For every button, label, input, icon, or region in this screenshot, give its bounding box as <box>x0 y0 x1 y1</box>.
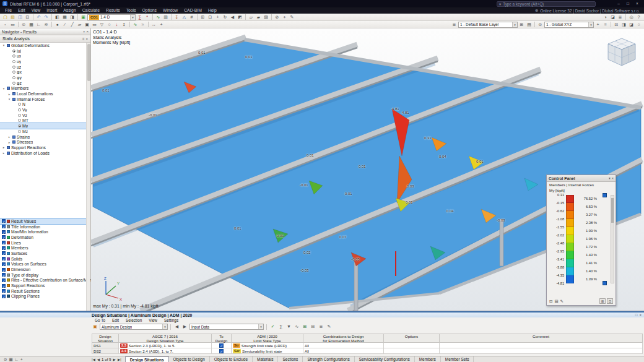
smooth-results-icon[interactable]: ≈ <box>139 22 146 28</box>
save-view-icon[interactable]: + <box>594 22 601 28</box>
expander-icon[interactable]: ▸ <box>7 92 11 96</box>
close-icon[interactable]: × <box>612 176 614 180</box>
orbit-view-icon[interactable]: ↻ <box>222 14 228 20</box>
menu-window[interactable]: Window <box>160 7 181 14</box>
expander-icon[interactable]: ▾ <box>2 43 6 47</box>
new-opening-icon[interactable]: ▭ <box>91 22 98 28</box>
table-row[interactable]: DS12.3Section 2.3 (LRFD), 1. to 5.✓StrSt… <box>92 343 643 348</box>
panel-menu-selection[interactable]: Selection <box>123 318 145 322</box>
ortho-mode-icon[interactable]: ∟ <box>35 22 42 28</box>
pan-view-icon[interactable]: + <box>214 14 221 20</box>
scrollbar-thumb[interactable] <box>611 198 614 223</box>
scale-max-marker[interactable] <box>603 193 607 197</box>
panel-menu-settings[interactable]: Settings <box>161 318 181 322</box>
previous-table-icon[interactable]: ◀ <box>173 324 180 330</box>
notes-icon[interactable]: ✎ <box>326 324 333 330</box>
tree-item-z[interactable]: φz <box>0 80 86 86</box>
visibility-modes-icon[interactable]: ◑ <box>602 14 609 20</box>
option-members[interactable]: ✓Members <box>0 245 86 251</box>
panel-scrollbar[interactable] <box>611 195 614 283</box>
expander-icon[interactable]: ▸ <box>2 145 6 149</box>
option-result-sections[interactable]: ✓Result Sections <box>0 288 86 294</box>
load-cases-icon[interactable]: ▣ <box>80 14 87 20</box>
panel-menu-view[interactable]: View <box>146 318 160 322</box>
menu-view[interactable]: View <box>28 7 44 14</box>
radio-vz[interactable] <box>18 114 21 117</box>
tree-item-stresses[interactable]: ▸Stresses <box>0 139 86 145</box>
panel-header[interactable]: Design Situations | Aluminum Design | AD… <box>0 311 644 317</box>
layer-settings-icon[interactable]: ⊞ <box>518 22 525 28</box>
option-clipping-planes[interactable]: ✓Clipping Planes <box>0 294 86 300</box>
find-object-icon[interactable]: ◎ <box>628 14 635 20</box>
tree-item-uy[interactable]: uy <box>0 59 86 64</box>
menu-help[interactable]: Help <box>205 7 220 14</box>
settings-icon[interactable]: ≡ <box>82 37 85 41</box>
table-row[interactable]: DS22.4Section 2.4 (ASD), 1. to 7.✓SerSer… <box>92 348 643 354</box>
option-type-of-display[interactable]: ✓Type of display <box>0 272 86 278</box>
tree-item-members[interactable]: ▾Members <box>0 86 86 92</box>
tab-members[interactable]: Members <box>415 356 441 362</box>
tree-item-mz[interactable]: Mz <box>0 129 86 134</box>
print-icon[interactable]: ⊟ <box>549 299 552 304</box>
expand-panel-icon[interactable]: ⊡ <box>607 298 613 304</box>
render-mode-icon[interactable]: ◨ <box>620 22 627 28</box>
menu-insert[interactable]: Insert <box>43 7 60 14</box>
clipping-box-icon[interactable]: ⊘ <box>274 14 281 20</box>
minimize-icon[interactable]: – <box>614 1 623 7</box>
print-icon[interactable]: ⊟ <box>24 14 31 20</box>
radio-uy[interactable] <box>12 60 15 63</box>
tree-item-vz[interactable]: Vz <box>0 113 86 118</box>
annotation-icon[interactable]: ✎ <box>289 14 295 20</box>
tables-toggle-icon[interactable]: ▦ <box>61 14 68 20</box>
calculate-all-icon[interactable]: ∑ <box>136 14 143 20</box>
checkbox-icon[interactable]: ✓ <box>2 284 6 288</box>
close-icon[interactable]: × <box>633 1 642 7</box>
save-model-icon[interactable]: ◫ <box>17 14 24 20</box>
close-icon[interactable]: × <box>86 30 89 34</box>
table-settings-icon[interactable]: ≣ <box>318 324 324 330</box>
chevron-down-icon[interactable]: ▾ <box>258 324 263 329</box>
option-support-reactions[interactable]: ✓Support Reactions <box>0 283 86 288</box>
design-module-icon[interactable]: ▣ <box>92 324 98 330</box>
menu-edit[interactable]: Edit <box>15 7 28 14</box>
column[interactable] <box>500 219 503 266</box>
new-solid-icon[interactable]: ▣ <box>84 22 90 28</box>
print-table-icon[interactable]: ⊟ <box>310 324 316 330</box>
radio-n[interactable] <box>18 103 21 106</box>
expander-icon[interactable]: ▸ <box>2 151 6 155</box>
tab-strength-configurations[interactable]: Strength Configurations <box>303 356 354 362</box>
calculate-design-icon[interactable]: ∑ <box>277 324 284 330</box>
navigator-scrollbar[interactable] <box>86 43 90 311</box>
tree-item-y[interactable]: φy <box>0 75 86 80</box>
tab-objects-to-design[interactable]: Objects to Design <box>169 356 210 362</box>
calculation-settings-icon[interactable]: * <box>144 14 150 20</box>
tree-item-vy[interactable]: Vy <box>0 107 86 113</box>
radio-y[interactable] <box>12 76 15 79</box>
radio-x[interactable] <box>12 71 15 74</box>
maximize-icon[interactable]: □ <box>635 313 638 317</box>
tab-sections[interactable]: Sections <box>278 356 303 362</box>
menu-results[interactable]: Results <box>103 7 123 14</box>
help-icon[interactable]: ? <box>635 14 642 20</box>
checkbox-icon[interactable]: ✓ <box>2 257 6 261</box>
chevron-down-icon[interactable]: ▾ <box>512 22 517 27</box>
guidelines-icon[interactable]: ≋ <box>43 22 50 28</box>
tab-design-situations[interactable]: Design Situations <box>125 356 169 362</box>
navigator-toggle-icon[interactable]: ◧ <box>54 14 61 20</box>
chevron-down-icon[interactable]: ▾ <box>130 15 135 20</box>
tree-item-u[interactable]: |u| <box>0 48 86 54</box>
symbols-icon[interactable]: + <box>158 22 165 28</box>
model-viewport[interactable]: CO1 - 1.4·D Static Analysis Moments My [… <box>91 28 644 311</box>
views-icon[interactable]: ⊙ <box>537 22 544 28</box>
tree-item-local-deformations[interactable]: ▸Local Deformations <box>0 91 86 97</box>
new-node-support-icon[interactable]: ▽ <box>98 22 105 28</box>
option-dimension[interactable]: ✓Dimension <box>0 267 86 272</box>
panel-menu-icon[interactable]: ▾ <box>609 176 611 180</box>
tree-item-x[interactable]: φx <box>0 69 86 75</box>
tree-item-internal-forces[interactable]: ▾Internal Forces <box>0 97 86 102</box>
column[interactable] <box>354 259 358 311</box>
menu-tools[interactable]: Tools <box>123 7 139 14</box>
select-pointer-icon[interactable]: ▫ <box>2 22 9 28</box>
radio-my[interactable] <box>18 124 21 127</box>
light-settings-icon[interactable]: ○ <box>635 22 642 28</box>
